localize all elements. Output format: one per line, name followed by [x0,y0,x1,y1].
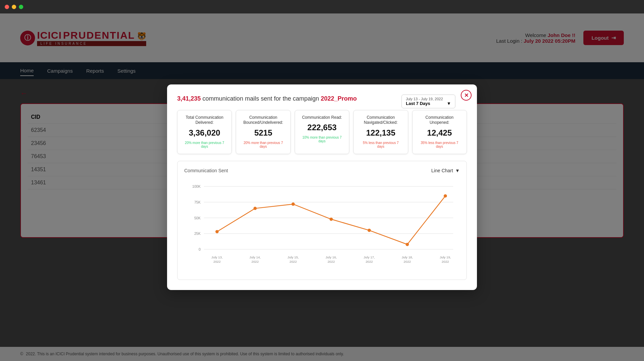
svg-point-14 [367,228,371,232]
svg-point-15 [406,243,409,246]
title-middle-text: communication mails sent for the campaig… [202,95,321,102]
svg-text:July 16,: July 16, [326,255,337,259]
svg-text:July 13,: July 13, [212,255,223,259]
svg-text:2022: 2022 [214,260,221,263]
svg-point-13 [329,217,333,221]
svg-point-10 [216,230,219,233]
svg-text:July 18,: July 18, [401,255,413,259]
stat-value-unopened: 12,425 [417,128,462,138]
svg-text:0: 0 [199,247,201,251]
svg-text:July 15,: July 15, [288,255,299,259]
date-label: Last 7 Days ▼ [406,101,451,106]
modal-dialog: ✕ 3,41,235 communication mails sent for … [167,84,477,290]
date-range: July 13 - July 19, 2022 [406,97,451,101]
svg-text:100K: 100K [192,184,201,188]
stat-change-unopened: 35% less than previous 7 days [417,140,462,149]
chart-wrapper: 100K 75K 50K 25K 0 [184,179,460,273]
svg-text:2022: 2022 [252,260,259,263]
stat-label-delivered: Total Communication Delivered: [182,115,227,125]
date-filter-dropdown[interactable]: July 13 - July 19, 2022 Last 7 Days ▼ [401,95,455,108]
main-page: ⓘ ICICI PRUDENTIAL 🐯 LIFE INSURANCE [0,13,644,361]
svg-text:2022: 2022 [404,260,411,263]
stat-value-read: 222,653 [300,123,344,132]
svg-text:July 17,: July 17, [363,255,375,259]
chart-title: Communication Sent [184,168,228,173]
svg-text:July 19,: July 19, [440,255,451,259]
chart-type-selector[interactable]: Line Chart ▼ [431,168,460,173]
stat-change-navigated: 5% less than previous 7 days [358,140,403,149]
stat-card-navigated: Communication Navigated/Clicked: 122,135… [353,110,408,154]
stat-label-bounced: Communication Bounced/Undelivered: [241,115,285,125]
modal-overlay[interactable]: ✕ 3,41,235 communication mails sent for … [0,13,644,361]
svg-text:2022: 2022 [442,260,449,263]
maximize-window-btn[interactable] [19,5,23,9]
stat-card-read: Communication Read: 222,653 10% more tha… [295,110,349,154]
stat-value-delivered: 3,36,020 [182,128,227,138]
stat-value-navigated: 122,135 [358,128,403,138]
stat-card-bounced: Communication Bounced/Undelivered: 5215 … [236,110,290,154]
svg-text:2022: 2022 [289,260,297,263]
chevron-down-icon: ▼ [447,101,451,106]
svg-point-11 [253,207,257,210]
svg-text:2022: 2022 [365,260,373,263]
modal-close-button[interactable]: ✕ [461,90,472,101]
stats-row: Total Communication Delivered: 3,36,020 … [177,110,467,154]
stat-card-delivered: Total Communication Delivered: 3,36,020 … [177,110,232,154]
chart-container: Communication Sent Line Chart ▼ [177,161,467,280]
svg-text:25K: 25K [194,231,201,236]
titlebar [0,0,644,13]
chevron-down-icon: ▼ [455,168,460,173]
svg-text:75K: 75K [194,200,201,204]
stat-label-navigated: Communication Navigated/Clicked: [358,115,403,125]
stat-label-read: Communication Read: [300,115,344,120]
chart-type-label: Line Chart [431,168,453,173]
mail-count: 3,41,235 [177,95,201,102]
svg-text:July 14,: July 14, [250,255,261,259]
svg-text:50K: 50K [194,216,201,220]
stat-card-unopened: Communication Unopened: 12,425 35% less … [412,110,467,154]
stat-change-delivered: 20% more than previous 7 days [182,140,227,149]
chart-header: Communication Sent Line Chart ▼ [184,168,460,173]
stat-change-read: 10% more than previous 7 days [300,135,344,144]
campaign-name: 2022_Promo [321,95,357,102]
line-chart-svg: 100K 75K 50K 25K 0 [184,179,460,273]
close-icon: ✕ [464,92,469,99]
svg-point-16 [444,194,447,197]
minimize-window-btn[interactable] [12,5,16,9]
stat-label-unopened: Communication Unopened: [417,115,462,125]
svg-text:2022: 2022 [327,260,335,263]
close-window-btn[interactable] [5,5,9,9]
svg-point-12 [291,203,295,206]
stat-change-bounced: 20% more than previous 7 days [241,140,285,149]
stat-value-bounced: 5215 [241,128,285,138]
